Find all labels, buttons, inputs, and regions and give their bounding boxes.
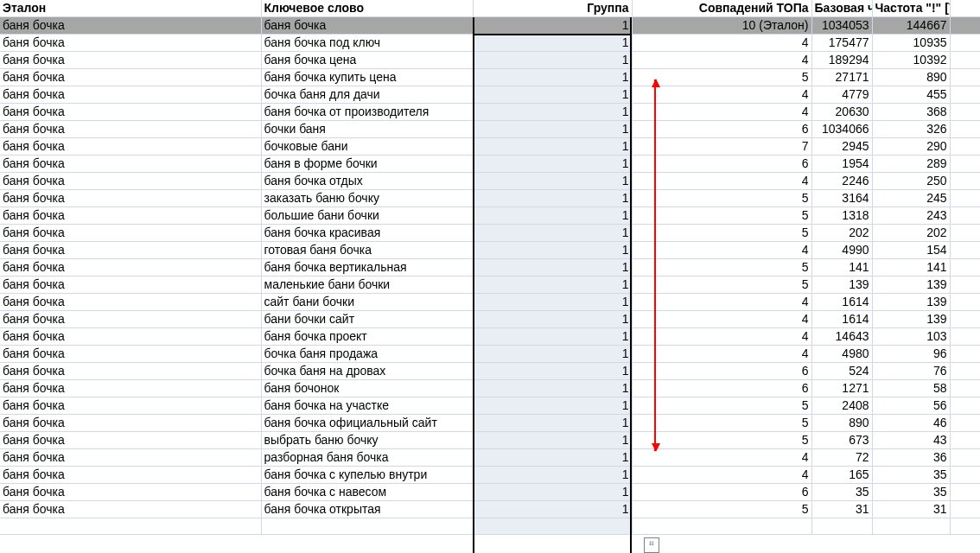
- cell-tail[interactable]: [950, 259, 980, 276]
- cell-freq[interactable]: 890: [872, 69, 950, 86]
- cell-match[interactable]: 4: [632, 104, 811, 121]
- cell-empty[interactable]: [261, 518, 473, 535]
- table-row[interactable]: баня бочкабочка баня для дачи144779455: [0, 86, 980, 104]
- cell-etalon[interactable]: баня бочка: [0, 17, 261, 35]
- cell-match[interactable]: 4: [632, 173, 811, 190]
- cell-empty[interactable]: [872, 518, 950, 535]
- cell-match[interactable]: 4: [632, 449, 811, 467]
- cell-freq[interactable]: 290: [872, 138, 950, 156]
- cell-etalon[interactable]: баня бочка: [0, 104, 261, 121]
- cell-freq[interactable]: 46: [872, 415, 950, 432]
- table-row[interactable]: баня бочкабаня в форме бочки161954289: [0, 156, 980, 173]
- cell-match[interactable]: 5: [632, 276, 811, 294]
- cell-base[interactable]: 31: [811, 501, 872, 518]
- col-header-group[interactable]: Группа: [473, 0, 632, 17]
- cell-match[interactable]: 4: [632, 346, 811, 363]
- cell-keyword[interactable]: баня бочонок: [261, 380, 473, 397]
- table-row[interactable]: баня бочкабаня бочка проект1414643103: [0, 328, 980, 346]
- cell-etalon[interactable]: баня бочка: [0, 311, 261, 328]
- cell-etalon[interactable]: баня бочка: [0, 259, 261, 276]
- cell-empty[interactable]: [950, 518, 980, 535]
- table-row[interactable]: баня бочкабаня бочка отдых142246250: [0, 173, 980, 190]
- cell-freq[interactable]: 76: [872, 363, 950, 380]
- cell-match[interactable]: 5: [632, 501, 811, 518]
- cell-tail[interactable]: [950, 467, 980, 484]
- cell-group[interactable]: 1: [473, 138, 632, 156]
- cell-freq[interactable]: 43: [872, 432, 950, 449]
- cell-freq[interactable]: 56: [872, 397, 950, 415]
- table-row[interactable]: баня бочкасайт бани бочки141614139: [0, 294, 980, 311]
- cell-group[interactable]: 1: [473, 259, 632, 276]
- cell-group[interactable]: 1: [473, 467, 632, 484]
- cell-tail[interactable]: [950, 35, 980, 52]
- cell-freq[interactable]: 243: [872, 207, 950, 225]
- cell-tail[interactable]: [950, 484, 980, 501]
- table-row[interactable]: баня бочкабаня бочка на участке15240856: [0, 397, 980, 415]
- cell-tail[interactable]: [950, 242, 980, 259]
- cell-freq[interactable]: 31: [872, 501, 950, 518]
- cell-freq[interactable]: 326: [872, 121, 950, 138]
- col-header-match[interactable]: Совпадений ТОПа: [632, 0, 811, 17]
- cell-etalon[interactable]: баня бочка: [0, 346, 261, 363]
- cell-base[interactable]: 1954: [811, 156, 872, 173]
- cell-freq[interactable]: 368: [872, 104, 950, 121]
- cell-keyword[interactable]: разборная баня бочка: [261, 449, 473, 467]
- cell-freq[interactable]: 96: [872, 346, 950, 363]
- table-row[interactable]: баня бочкабочка баня на дровах1652476: [0, 363, 980, 380]
- table-row[interactable]: баня бочкабаня бочка купить цена15271718…: [0, 69, 980, 86]
- cell-match[interactable]: 6: [632, 484, 811, 501]
- cell-match[interactable]: 4: [632, 467, 811, 484]
- cell-keyword[interactable]: баня бочка от производителя: [261, 104, 473, 121]
- cell-group[interactable]: 1: [473, 380, 632, 397]
- col-header-freq[interactable]: Частота "!" [YW]: [872, 0, 950, 17]
- cell-etalon[interactable]: баня бочка: [0, 173, 261, 190]
- cell-freq[interactable]: 289: [872, 156, 950, 173]
- cell-tail[interactable]: [950, 415, 980, 432]
- cell-base[interactable]: 14643: [811, 328, 872, 346]
- cell-group[interactable]: 1: [473, 173, 632, 190]
- cell-keyword[interactable]: бочки баня: [261, 121, 473, 138]
- cell-empty[interactable]: [473, 518, 632, 535]
- cell-etalon[interactable]: баня бочка: [0, 35, 261, 52]
- cell-group[interactable]: 1: [473, 328, 632, 346]
- cell-keyword[interactable]: баня бочка красивая: [261, 225, 473, 242]
- cell-base[interactable]: 27171: [811, 69, 872, 86]
- cell-freq[interactable]: 141: [872, 259, 950, 276]
- cell-match[interactable]: 6: [632, 156, 811, 173]
- cell-keyword[interactable]: бочка баня для дачи: [261, 86, 473, 104]
- cell-tail[interactable]: [950, 397, 980, 415]
- cell-keyword[interactable]: баня бочка купить цена: [261, 69, 473, 86]
- col-header-base[interactable]: Базовая ч: [811, 0, 872, 17]
- table-row[interactable]: баня бочкабочка баня продажа14498096: [0, 346, 980, 363]
- cell-tail[interactable]: [950, 346, 980, 363]
- data-grid[interactable]: Эталон Ключевое слово Группа Совпадений …: [0, 0, 980, 535]
- cell-etalon[interactable]: баня бочка: [0, 190, 261, 207]
- cell-group[interactable]: 1: [473, 225, 632, 242]
- cell-match[interactable]: 5: [632, 190, 811, 207]
- cell-match[interactable]: 6: [632, 363, 811, 380]
- cell-keyword[interactable]: бани бочки сайт: [261, 311, 473, 328]
- cell-group[interactable]: 1: [473, 311, 632, 328]
- cell-keyword[interactable]: баня бочка открытая: [261, 501, 473, 518]
- table-row[interactable]: баня бочкаготовая баня бочка144990154: [0, 242, 980, 259]
- cell-base[interactable]: 890: [811, 415, 872, 432]
- cell-base[interactable]: 1614: [811, 294, 872, 311]
- cell-etalon[interactable]: баня бочка: [0, 225, 261, 242]
- cell-keyword[interactable]: бочка баня на дровах: [261, 363, 473, 380]
- cell-etalon[interactable]: баня бочка: [0, 138, 261, 156]
- cell-base[interactable]: 72: [811, 449, 872, 467]
- cell-match[interactable]: 4: [632, 294, 811, 311]
- cell-freq[interactable]: 455: [872, 86, 950, 104]
- cell-base[interactable]: 20630: [811, 104, 872, 121]
- cell-group[interactable]: 1: [473, 276, 632, 294]
- cell-base[interactable]: 2408: [811, 397, 872, 415]
- cell-freq[interactable]: 202: [872, 225, 950, 242]
- table-row[interactable]: баня бочкабаня бочонок16127158: [0, 380, 980, 397]
- cell-base[interactable]: 1318: [811, 207, 872, 225]
- cell-tail[interactable]: [950, 69, 980, 86]
- cell-group[interactable]: 1: [473, 449, 632, 467]
- cell-etalon[interactable]: баня бочка: [0, 484, 261, 501]
- cell-tail[interactable]: [950, 449, 980, 467]
- cell-keyword[interactable]: баня бочка на участке: [261, 397, 473, 415]
- cell-match[interactable]: 4: [632, 86, 811, 104]
